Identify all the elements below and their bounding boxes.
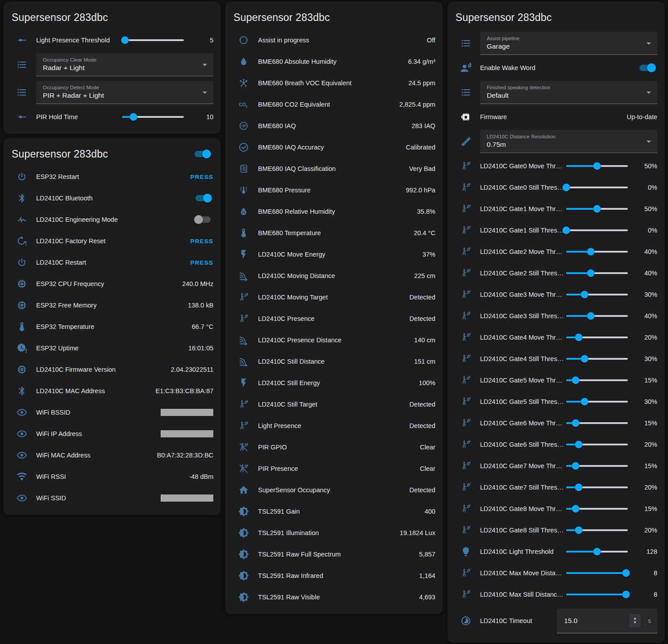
- row-label: LD2410C Gate8 Move Thr…: [480, 505, 566, 512]
- light-presence-threshold-slider[interactable]: [122, 36, 184, 45]
- ld2410c-gate0-still-thres-slider[interactable]: [566, 183, 628, 192]
- row-label: LD2410C Move Energy: [258, 251, 417, 258]
- slider-thumb[interactable]: [581, 291, 589, 299]
- ld2410c-gate5-move-thr-slider[interactable]: [566, 376, 628, 385]
- slider-thumb[interactable]: [581, 355, 589, 363]
- switch-knob: [202, 150, 211, 158]
- row-label: LD2410C Factory Reset: [36, 237, 185, 245]
- motion-sensor-icon: [461, 589, 471, 600]
- ld2410c-timeout-input[interactable]: 15.0▲▼s: [557, 608, 657, 633]
- slider-thumb[interactable]: [575, 441, 582, 449]
- motion-sensor-icon: [461, 204, 471, 214]
- ld2410c-gate4-still-thres-slider[interactable]: [566, 354, 628, 363]
- row-assist-pipeline: Assist pipelineGarage: [455, 29, 657, 57]
- ld2410c-gate8-move-thr-slider[interactable]: [566, 504, 628, 513]
- finished-speaking-detection-select[interactable]: Finished speaking detectionDefault: [480, 81, 657, 104]
- ld2410c-gate2-move-thr-slider[interactable]: [566, 247, 628, 256]
- ld2410c-distance-resolution-select[interactable]: LD2410C Distance Resolution0.75m: [480, 130, 657, 153]
- ld2410c-gate3-move-thr-slider[interactable]: [566, 290, 628, 299]
- slider-thumb[interactable]: [121, 37, 129, 44]
- row-value: 5: [190, 37, 213, 44]
- flash-icon: [238, 378, 249, 388]
- switch-knob: [203, 194, 212, 203]
- ld2410c-gate7-move-thr-slider[interactable]: [566, 461, 628, 470]
- slider-thumb[interactable]: [572, 505, 579, 513]
- row-label: LD2410C Gate8 Still Thres…: [480, 527, 566, 534]
- slider-thumb[interactable]: [593, 205, 601, 213]
- select-value: Radar + Light: [43, 64, 200, 72]
- slider-thumb[interactable]: [587, 270, 595, 277]
- slider-thumb[interactable]: [575, 527, 582, 534]
- dashboard: Supersensor 283dbcLight Presence Thresho…: [0, 0, 668, 644]
- slider-thumb[interactable]: [593, 162, 601, 170]
- slider-thumb[interactable]: [130, 113, 137, 121]
- slider-thumb[interactable]: [562, 184, 570, 191]
- slider-thumb[interactable]: [622, 569, 630, 577]
- slider-thumb[interactable]: [587, 248, 595, 256]
- ld2410c-gate2-still-thres-slider[interactable]: [566, 269, 628, 278]
- row-label: LD2410C Presence: [258, 315, 404, 322]
- ld2410c-gate0-move-thr-slider[interactable]: [566, 162, 628, 170]
- ld2410c-engineering-mode-toggle[interactable]: [195, 216, 211, 223]
- slider-thumb[interactable]: [562, 227, 570, 234]
- ld2410c-gate6-still-thres-slider[interactable]: [566, 440, 628, 449]
- ld2410c-max-still-distanc-slider[interactable]: [566, 590, 628, 599]
- bluetooth-icon: [17, 193, 27, 204]
- chip-icon: [17, 300, 27, 311]
- row-value: 20.4 °C: [414, 229, 436, 237]
- motion-sensor-icon: [461, 482, 471, 493]
- redacted-value-bar: [161, 494, 213, 502]
- row-value: 37%: [423, 251, 436, 258]
- ld2410c-gate1-still-thres-slider[interactable]: [566, 226, 628, 235]
- ld2410c-light-threshold-slider[interactable]: [566, 547, 628, 556]
- card-power-toggle[interactable]: [195, 151, 210, 157]
- enable-wake-word-toggle[interactable]: [639, 65, 655, 71]
- slider-fill: [566, 551, 597, 553]
- card-header: Supersensor 283dbc: [11, 141, 213, 166]
- slider-track: [566, 208, 628, 210]
- pir-hold-time-slider[interactable]: [122, 112, 184, 121]
- row-label: LD2410C Still Energy: [258, 379, 413, 386]
- slider-thumb[interactable]: [587, 312, 595, 320]
- ld2410c-max-move-dista-slider[interactable]: [566, 569, 628, 578]
- row-label: LD2410C Moving Target: [258, 294, 404, 301]
- slider-thumb[interactable]: [593, 548, 601, 556]
- brightness-icon: [238, 506, 249, 517]
- row-value: 20%: [634, 334, 657, 341]
- brightness-icon: [238, 528, 249, 538]
- ld2410c-gate1-move-thr-slider[interactable]: [566, 204, 628, 213]
- column-left: Supersensor 283dbcLight Presence Thresho…: [4, 2, 220, 642]
- ld2410c-factory-reset-button[interactable]: PRESS: [191, 238, 214, 245]
- ld2410c-gate4-move-thr-slider[interactable]: [566, 333, 628, 342]
- slider-thumb[interactable]: [572, 462, 579, 470]
- slider-thumb[interactable]: [575, 484, 582, 491]
- esp32-restart-button[interactable]: PRESS: [191, 174, 214, 180]
- slider-thumb[interactable]: [572, 377, 579, 384]
- slider-thumb[interactable]: [575, 334, 582, 341]
- select-value: PIR + Radar + Light: [43, 91, 200, 100]
- row-value: 151 cm: [414, 358, 436, 365]
- select-label: LD2410C Distance Resolution: [487, 134, 644, 139]
- row-label: Light Presence Threshold: [36, 37, 122, 44]
- slider-thumb[interactable]: [581, 398, 589, 406]
- slider-track: [566, 465, 628, 467]
- stepper-control[interactable]: ▲▼: [629, 614, 641, 627]
- row-ld2410c-gate5-still-thres: LD2410C Gate5 Still Thres…30%: [455, 391, 657, 412]
- ld2410c-restart-button[interactable]: PRESS: [191, 259, 214, 266]
- ld2410c-gate5-still-thres-slider[interactable]: [566, 397, 628, 406]
- assist-pipeline-select[interactable]: Assist pipelineGarage: [480, 32, 657, 55]
- slider-thumb[interactable]: [622, 591, 630, 598]
- ld2410c-gate6-move-thr-slider[interactable]: [566, 419, 628, 428]
- chevron-up-icon[interactable]: ▲: [633, 617, 637, 620]
- slider-thumb[interactable]: [572, 420, 579, 427]
- row-value: 20%: [634, 484, 657, 491]
- occupancy-clear-mode-select[interactable]: Occupancy Clear ModeRadar + Light: [36, 53, 213, 76]
- ld2410c-gate8-still-thres-slider[interactable]: [566, 526, 628, 535]
- chevron-down-icon[interactable]: ▼: [633, 621, 637, 624]
- ld2410c-gate3-still-thres-slider[interactable]: [566, 312, 628, 320]
- ld2410c-gate7-still-thres-slider[interactable]: [566, 483, 628, 492]
- row-label: BME680 Relative Humidity: [258, 208, 411, 215]
- ld2410c-bluetooth-toggle[interactable]: [195, 195, 211, 201]
- occupancy-detect-mode-select[interactable]: Occupancy Detect ModePIR + Radar + Light: [36, 81, 213, 104]
- card-title: Supersensor 283dbc: [456, 12, 552, 24]
